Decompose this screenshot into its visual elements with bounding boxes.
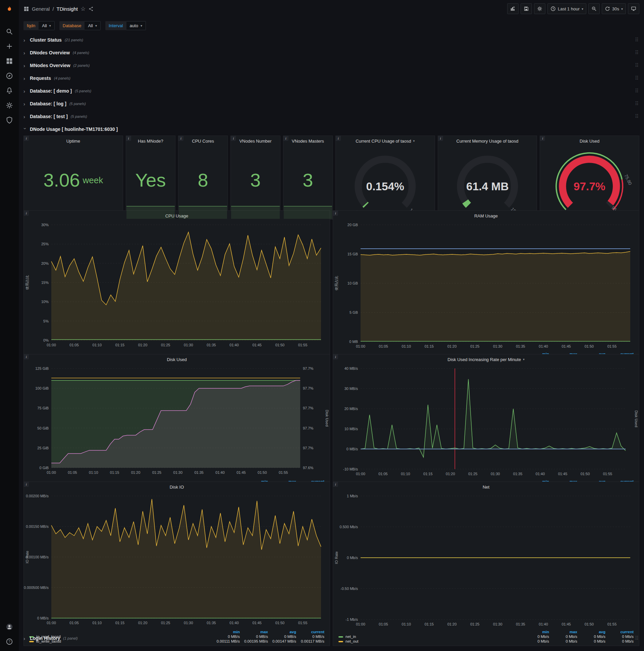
grafana-logo[interactable] (2, 2, 17, 17)
row-dnode-usage[interactable]: › DNode Usage [ huolinhe-TM1701:6030 ] (24, 123, 639, 135)
info-icon[interactable]: i (24, 136, 29, 141)
net-plot[interactable]: 1 Mb/s0.500 Mb/s0 Mb/s-0.50 Mb/s-1 Mb/s0… (333, 492, 639, 629)
row-requests[interactable]: › Requests (4 panels) ⠿ (24, 72, 639, 84)
panel-title[interactable]: Has MNode? (126, 136, 175, 146)
kiosk-mode-button[interactable] (628, 3, 639, 14)
panel-gauge-cpu-usage: i Current CPU Usage of taosd▾ 0.154%0100 (335, 135, 435, 219)
search-icon[interactable] (2, 24, 17, 39)
server-admin-shield-icon[interactable] (2, 113, 17, 127)
svg-text:125 GiB: 125 GiB (35, 366, 49, 370)
info-icon[interactable]: i (438, 136, 443, 141)
svg-text:01:35: 01:35 (516, 344, 525, 348)
refresh-button[interactable]: 30s ▾ (602, 3, 626, 14)
panel-title[interactable]: CPU Cores (179, 136, 227, 146)
svg-text:01:05: 01:05 (379, 344, 388, 348)
create-plus-icon[interactable] (2, 39, 17, 54)
svg-text:97.7%: 97.7% (303, 446, 313, 450)
info-icon[interactable]: i (333, 482, 338, 487)
info-icon[interactable]: i (540, 136, 545, 141)
panel-title[interactable]: Disk Used Increasing Rate per Minute▾ (333, 354, 639, 365)
breadcrumb-page-title[interactable]: TDinsight (57, 6, 78, 12)
cpu-usage-plot[interactable]: 30%25%20%15%10%5%0%01:0001:0501:1001:150… (24, 221, 330, 356)
row-login-history[interactable]: › Login History (1 panel) ⠿ (24, 632, 639, 644)
svg-text:10%: 10% (41, 300, 49, 304)
row-title: DNodes Overview (30, 50, 70, 55)
disk-io-plot[interactable]: 0.00200 MB/s0.00150 MB/s0.00100 MB/s0.00… (24, 492, 330, 629)
row-database-log[interactable]: › Database: [ log ] (5 panels) ⠿ (24, 98, 639, 110)
drag-handle[interactable]: ⠿ (635, 114, 639, 120)
svg-text:97.7%: 97.7% (574, 180, 605, 193)
help-icon[interactable]: ? (2, 634, 17, 649)
row-panel-count: (4 panels) (54, 76, 70, 80)
configuration-gear-icon[interactable] (2, 98, 17, 113)
info-icon[interactable]: i (24, 211, 29, 216)
info-icon[interactable]: i (231, 136, 236, 141)
drag-handle[interactable]: ⠿ (635, 50, 639, 56)
svg-text:01:20: 01:20 (138, 343, 148, 347)
add-panel-button[interactable] (507, 3, 519, 14)
row-database-demo[interactable]: › Database: [ demo ] (5 panels) ⠿ (24, 85, 639, 97)
info-icon[interactable]: i (24, 482, 29, 487)
disk-rate-plot[interactable]: 40 MB/s30 MB/s20 MB/s10 MB/s0 MB/s-10 MB… (333, 365, 639, 479)
variable-database: Database All▾ (59, 21, 101, 30)
info-icon[interactable]: i (24, 354, 29, 360)
row-panel-count: (5 panels) (69, 102, 86, 106)
variable-value-dropdown[interactable]: All▾ (39, 21, 54, 30)
row-cluster-status[interactable]: › Cluster Status (21 panels) ⠿ (24, 34, 639, 45)
info-icon[interactable]: i (126, 136, 131, 141)
panel-title[interactable]: VNodes Masters (283, 136, 332, 146)
drag-handle[interactable]: ⠿ (635, 88, 639, 94)
svg-text:0%: 0% (43, 338, 49, 342)
drag-handle[interactable]: ⠿ (635, 62, 639, 68)
info-icon[interactable]: i (333, 211, 338, 216)
panel-title[interactable]: RAM Usage (333, 211, 639, 221)
panel-title[interactable]: Current Memory Usage of taosd (438, 136, 537, 146)
row-dnodes-overview[interactable]: › DNodes Overview (4 panels) ⠿ (24, 47, 639, 58)
zoom-out-button[interactable] (588, 3, 600, 14)
alerting-bell-icon[interactable] (2, 83, 17, 98)
drag-handle[interactable]: ⠿ (635, 635, 639, 641)
info-icon[interactable]: i (283, 136, 288, 141)
grafana-app: ? General / TDinsight ☆ (0, 0, 644, 651)
variable-value-dropdown[interactable]: auto▾ (126, 21, 146, 30)
star-icon[interactable]: ☆ (80, 5, 86, 12)
share-icon[interactable] (88, 6, 94, 12)
chevron-right-icon: › (24, 63, 27, 68)
panel-title[interactable]: Net (333, 482, 639, 492)
row-mnodes-overview[interactable]: › MNodes Overview (2 panels) ⠿ (24, 60, 639, 71)
svg-text:0 MB/s: 0 MB/s (347, 447, 358, 451)
panel-title[interactable]: Disk IO (24, 482, 330, 492)
variable-value-dropdown[interactable]: All▾ (85, 21, 100, 30)
user-avatar[interactable] (2, 619, 17, 634)
svg-text:01:55: 01:55 (298, 343, 308, 347)
info-icon[interactable]: i (336, 136, 341, 141)
panel-disk-io-chart: i Disk IO 0.00200 MB/s0.00150 MB/s0.0010… (24, 482, 330, 646)
panel-title[interactable]: Disk Used (24, 354, 330, 365)
explore-compass-icon[interactable] (2, 68, 17, 83)
panel-title[interactable]: Current CPU Usage of taosd▾ (336, 136, 435, 146)
info-icon[interactable]: i (333, 354, 338, 360)
dashboard-settings-button[interactable] (534, 3, 545, 14)
svg-text:01:55: 01:55 (607, 344, 617, 348)
row-panel-count: (21 panels) (65, 38, 83, 42)
time-range-picker[interactable]: Last 1 hour ▾ (547, 3, 586, 14)
panel-title[interactable]: Disk Used (540, 136, 639, 146)
ram-usage-plot[interactable]: 20 GB15 GB10 GB5 GB0 MB01:0001:0501:1001… (333, 221, 639, 352)
svg-text:01:25: 01:25 (468, 472, 478, 476)
row-panel-count: (1 panel) (63, 636, 77, 640)
drag-handle[interactable]: ⠿ (635, 37, 639, 43)
chevron-down-icon: ▾ (523, 358, 524, 361)
drag-handle[interactable]: ⠿ (635, 75, 639, 81)
svg-text:01:45: 01:45 (236, 470, 246, 474)
dashboards-icon[interactable] (2, 54, 17, 68)
info-icon[interactable]: i (179, 136, 184, 141)
drag-handle[interactable]: ⠿ (635, 101, 639, 107)
svg-text:01:05: 01:05 (68, 470, 77, 474)
save-dashboard-button[interactable] (521, 3, 532, 14)
disk-used-plot[interactable]: 125 GiB100 GiB75 GiB50 GiB25 GiB0 GiB97.… (24, 365, 330, 479)
svg-text:01:25: 01:25 (161, 621, 170, 625)
breadcrumb-section[interactable]: General (32, 6, 50, 12)
row-database-test[interactable]: › Database: [ test ] (5 panels) ⠿ (24, 111, 639, 122)
panel-title[interactable]: Uptime (24, 136, 123, 146)
panel-title[interactable]: VNodes Number (231, 136, 280, 146)
